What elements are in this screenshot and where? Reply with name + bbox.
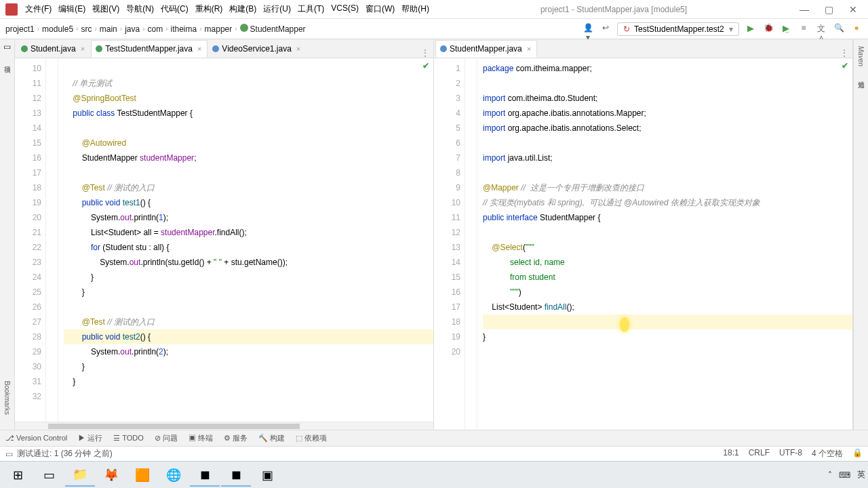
status-message: 测试通过: 1 (36 分钟 之前) — [17, 448, 113, 460]
editor-left: Student.java×TestStudentMapper.java×Vide… — [15, 39, 434, 430]
toolbar: 👤▾ ↩ ↻ TestStudentMapper.test2 ▾ ▶ 🐞 ▶̤ … — [582, 22, 863, 36]
status-icon: ▭ — [5, 449, 13, 459]
breadcrumb-item[interactable]: com — [147, 24, 163, 34]
user-icon[interactable]: 👤▾ — [582, 23, 594, 35]
search-icon[interactable]: 🔍 — [833, 23, 845, 35]
firefox-icon[interactable]: 🦊 — [96, 464, 126, 487]
run-config-selector[interactable]: ↻ TestStudentMapper.test2 ▾ — [617, 22, 739, 36]
source-right[interactable]: package com.itheima.mapper; import com.i… — [477, 58, 852, 430]
toolwindow-tab[interactable]: ⬚ 依赖项 — [296, 433, 327, 443]
editor-tab[interactable]: TestStudentMapper.java× — [91, 40, 208, 58]
ime-lang[interactable]: 英 — [857, 469, 865, 481]
menu-item[interactable]: 编辑(E) — [56, 2, 87, 16]
menu-item[interactable]: VCS(S) — [329, 2, 361, 16]
menu-item[interactable]: 视图(V) — [90, 2, 121, 16]
gutter-right — [465, 58, 477, 430]
breadcrumb-item[interactable]: project1 — [5, 24, 35, 34]
file-encoding[interactable]: UTF-8 — [779, 448, 802, 460]
line-sep[interactable]: CRLF — [749, 448, 770, 460]
breadcrumb[interactable]: project1›module5›src›main›java›com›ithei… — [5, 24, 582, 34]
close-icon[interactable]: ✕ — [845, 4, 861, 15]
caret-position[interactable]: 18:1 — [723, 448, 738, 460]
menu-item[interactable]: 窗口(W) — [363, 2, 397, 16]
task-view-icon[interactable]: ▭ — [34, 464, 64, 487]
editor-tab[interactable]: StudentMapper.java× — [435, 40, 537, 58]
intellij-icon[interactable]: ◼ — [190, 464, 220, 487]
minimize-icon[interactable]: — — [796, 4, 812, 15]
menu-item[interactable]: 帮助(H) — [399, 2, 431, 16]
project-tool-icon[interactable]: ▭ — [3, 42, 11, 52]
coverage-icon[interactable]: ▶̤ — [780, 23, 792, 35]
terminal-icon[interactable]: ▣ — [252, 464, 282, 487]
translate-icon[interactable]: 文A — [815, 23, 827, 35]
editor-split: Student.java×TestStudentMapper.java×Vide… — [15, 39, 853, 430]
close-tab-icon[interactable]: × — [81, 45, 85, 53]
menu-item[interactable]: 导航(N) — [124, 2, 156, 16]
datagrip-icon[interactable]: ◼ — [221, 464, 251, 487]
main-area: ▭ 项目 Bookmarks 结构 Student.java×TestStude… — [0, 39, 868, 430]
ime-icon[interactable]: ⌨ — [839, 470, 850, 480]
code-right[interactable]: 1234567891011121314151617181920 package … — [434, 58, 852, 430]
menu-item[interactable]: 构建(B) — [227, 2, 258, 16]
breadcrumb-item[interactable]: mapper — [205, 24, 233, 34]
toolwindow-tab[interactable]: ⚙ 服务 — [224, 433, 248, 443]
close-tab-icon[interactable]: × — [296, 45, 300, 53]
breadcrumb-item[interactable]: src — [81, 24, 92, 34]
start-button[interactable]: ⊞ — [3, 464, 33, 487]
debug-icon[interactable]: 🐞 — [762, 23, 774, 35]
close-tab-icon[interactable]: × — [527, 45, 531, 53]
menu-item[interactable]: 代码(C) — [159, 2, 191, 16]
tab-more-icon[interactable]: ⋮ — [421, 48, 429, 58]
breadcrumb-item[interactable]: java — [125, 24, 140, 34]
maximize-icon[interactable]: ▢ — [821, 4, 837, 15]
toolwindow-tab[interactable]: ⊘ 问题 — [155, 433, 178, 443]
stop-icon[interactable]: ■ — [797, 23, 810, 35]
explorer-icon[interactable]: 📁 — [65, 464, 95, 487]
sidebar-label-bookmarks[interactable]: Bookmarks — [3, 381, 11, 415]
readonly-icon[interactable]: 🔒 — [852, 448, 863, 460]
gutter-left — [46, 58, 58, 422]
edge-icon[interactable]: 🌐 — [159, 464, 189, 487]
main-menu[interactable]: 文件(F)编辑(E)视图(V)导航(N)代码(C)重构(R)构建(B)运行(U)… — [23, 2, 431, 16]
hscroll-left[interactable] — [15, 422, 433, 430]
source-left[interactable]: // 单元测试 @SpringBootTest public class Tes… — [58, 58, 433, 422]
settings-icon[interactable]: ● — [850, 23, 863, 35]
title-bar: 文件(F)编辑(E)视图(V)导航(N)代码(C)重构(R)构建(B)运行(U)… — [0, 0, 868, 19]
toolwindow-tab[interactable]: ⎇ Version Control — [5, 434, 67, 443]
office-icon[interactable]: 🟧 — [127, 464, 157, 487]
toolwindow-tab[interactable]: ▣ 终端 — [189, 433, 213, 443]
nav-bar: project1›module5›src›main›java›com›ithei… — [0, 19, 868, 39]
close-tab-icon[interactable]: × — [197, 45, 201, 53]
run-icon[interactable]: ▶ — [745, 23, 757, 35]
tray-up-icon[interactable]: ˄ — [828, 470, 832, 480]
code-left[interactable]: 10111213↻141516171819↻202122232425262728… — [15, 58, 433, 422]
tab-more-icon[interactable]: ⋮ — [840, 48, 848, 58]
tabs-right[interactable]: StudentMapper.java×⋮ — [434, 39, 852, 58]
breadcrumb-item[interactable]: StudentMapper — [240, 24, 306, 34]
menu-item[interactable]: 文件(F) — [23, 2, 54, 16]
breadcrumb-item[interactable]: module5 — [42, 24, 73, 34]
toolwindow-tab[interactable]: ▶ 运行 — [78, 433, 102, 443]
tabs-left[interactable]: Student.java×TestStudentMapper.java×Vide… — [15, 39, 433, 58]
breadcrumb-item[interactable]: itheima — [171, 24, 197, 34]
inspection-ok-icon: ✔ — [422, 61, 429, 70]
breadcrumb-item[interactable]: main — [100, 24, 117, 34]
toolwindow-tab[interactable]: ☰ TODO — [113, 434, 143, 443]
editor-tab[interactable]: Student.java× — [16, 40, 91, 58]
right-sidebar[interactable]: Maven 通知 — [853, 39, 868, 430]
editor-tab[interactable]: VideoService1.java× — [208, 40, 307, 58]
inspection-ok-icon: ✔ — [842, 61, 848, 70]
tool-window-bar[interactable]: ⎇ Version Control▶ 运行☰ TODO⊘ 问题▣ 终端⚙ 服务🔨… — [0, 430, 868, 446]
left-sidebar[interactable]: ▭ 项目 Bookmarks 结构 — [0, 39, 15, 430]
menu-item[interactable]: 重构(R) — [193, 2, 225, 16]
menu-item[interactable]: 工具(T) — [296, 2, 326, 16]
back-arrow-icon[interactable]: ↩ — [599, 23, 612, 35]
toolwindow-tab[interactable]: 🔨 构建 — [258, 433, 285, 443]
app-logo-icon — [5, 3, 18, 16]
system-tray[interactable]: ˄ ⌨ 英 — [828, 469, 865, 481]
windows-taskbar[interactable]: ⊞ ▭ 📁 🦊 🟧 🌐 ◼ ◼ ▣ ˄ ⌨ 英 — [0, 461, 868, 488]
menu-item[interactable]: 运行(U) — [261, 2, 293, 16]
indent-info[interactable]: 4 个空格 — [812, 448, 843, 460]
window-controls[interactable]: — ▢ ✕ — [796, 4, 861, 15]
sidebar-label-maven[interactable]: Maven — [857, 46, 865, 66]
